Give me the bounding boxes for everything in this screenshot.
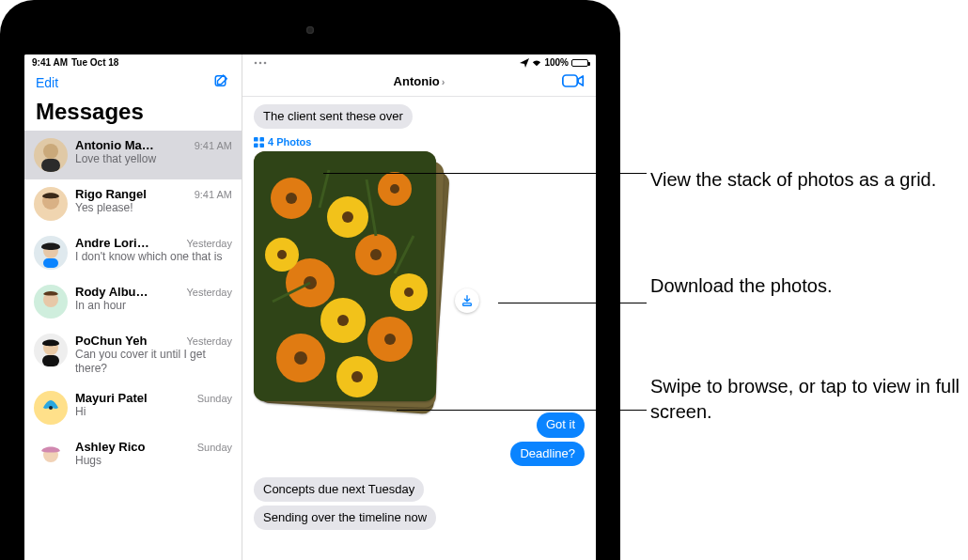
conversation-name: Rody Albu… — [75, 285, 148, 299]
svg-point-41 — [351, 371, 363, 382]
conversation-item[interactable]: Rigo Rangel 9:41 AM Yes please! — [24, 179, 242, 228]
download-icon — [461, 294, 474, 307]
avatar — [34, 138, 68, 172]
outgoing-message[interactable]: Got it — [537, 412, 585, 437]
svg-rect-14 — [563, 75, 577, 86]
svg-rect-5 — [43, 258, 58, 268]
callout-leader — [323, 173, 647, 174]
conversation-preview: Hi — [75, 405, 232, 419]
callout-leader — [397, 410, 647, 411]
svg-point-13 — [264, 62, 267, 65]
svg-point-1 — [43, 144, 58, 159]
photo-stack[interactable] — [254, 151, 440, 403]
conversation-preview: Love that yellow — [75, 152, 232, 166]
status-time: 9:41 AM — [32, 57, 68, 68]
photos-grid-button[interactable]: 4 Photos — [254, 136, 585, 148]
message-thread[interactable]: The client sent these over 4 Photos — [242, 97, 596, 560]
conversation-time: Sunday — [197, 442, 232, 453]
svg-point-12 — [259, 62, 262, 65]
avatar — [34, 334, 68, 367]
svg-rect-8 — [42, 355, 59, 366]
sidebar-header: Edit — [24, 70, 242, 97]
facetime-button[interactable] — [562, 72, 585, 93]
thread-pane: 100% Antonio › The client sent these ove… — [242, 54, 596, 560]
stacked-photo-front[interactable] — [254, 151, 436, 401]
messages-title: Messages — [24, 97, 242, 131]
conversation-time: Sunday — [197, 393, 232, 404]
svg-point-31 — [286, 193, 297, 204]
conversation-time: Yesterday — [186, 238, 232, 249]
svg-point-36 — [384, 334, 396, 345]
conversation-time: Yesterday — [186, 287, 232, 298]
edit-button[interactable]: Edit — [36, 75, 58, 90]
avatar — [34, 187, 68, 221]
conversation-list[interactable]: Antonio Ma… 9:41 AM Love that yellow Rig… — [24, 131, 242, 560]
svg-rect-46 — [463, 303, 472, 306]
outgoing-message[interactable]: Deadline? — [510, 442, 585, 466]
battery-icon — [571, 59, 588, 67]
status-bar-left: 9:41 AM Tue Oct 18 — [24, 54, 242, 70]
incoming-message[interactable]: Sending over the timeline now — [254, 506, 436, 530]
conversation-time: 9:41 AM — [195, 140, 232, 151]
more-icon[interactable] — [254, 58, 267, 68]
download-button[interactable] — [455, 288, 479, 313]
incoming-message[interactable]: The client sent these over — [254, 104, 413, 129]
avatar — [34, 391, 68, 425]
conversation-name: Andre Lori… — [75, 236, 149, 250]
svg-rect-16 — [259, 137, 264, 142]
conversation-name: PoChun Yeh — [75, 334, 147, 348]
conversation-name: Antonio Ma… — [75, 138, 154, 152]
svg-point-11 — [255, 62, 258, 65]
compose-button[interactable] — [213, 72, 230, 93]
ipad-frame: 9:41 AM Tue Oct 18 Edit Messages Anton — [0, 0, 620, 560]
conversation-preview: I don't know which one that is — [75, 250, 232, 264]
svg-point-37 — [342, 211, 353, 223]
conversation-name: Mayuri Patel — [75, 391, 148, 405]
status-bar-right: 100% — [242, 54, 596, 70]
thread-header[interactable]: Antonio › — [242, 70, 596, 97]
conversation-item[interactable]: Mayuri Patel Sunday Hi — [24, 383, 242, 432]
svg-point-35 — [294, 351, 307, 365]
conversation-preview: Hugs — [75, 454, 232, 468]
conversation-preview: In an hour — [75, 299, 232, 313]
callout-leader — [498, 303, 647, 303]
svg-point-32 — [390, 184, 399, 194]
svg-rect-18 — [259, 143, 264, 148]
conversation-item[interactable]: Andre Lori… Yesterday I don't know which… — [24, 228, 242, 277]
conversation-name: Ashley Rico — [75, 440, 145, 454]
svg-rect-2 — [41, 159, 60, 172]
svg-point-39 — [404, 288, 414, 297]
conversation-item[interactable]: PoChun Yeh Yesterday Can you cover it un… — [24, 326, 242, 383]
status-date: Tue Oct 18 — [71, 57, 118, 68]
chevron-right-icon: › — [442, 76, 445, 87]
callout-download: Download the photos. — [650, 273, 960, 299]
battery-percent: 100% — [544, 57, 569, 68]
conversation-item[interactable]: Antonio Ma… 9:41 AM Love that yellow — [24, 131, 242, 179]
callout-grid: View the stack of photos as a grid. — [650, 167, 960, 193]
video-icon — [562, 72, 585, 89]
svg-point-9 — [49, 406, 53, 410]
screen: 9:41 AM Tue Oct 18 Edit Messages Anton — [24, 54, 596, 560]
contact-name: Antonio — [394, 74, 440, 88]
conversation-time: Yesterday — [186, 335, 232, 347]
annotation-callouts: View the stack of photos as a grid. Down… — [650, 167, 960, 506]
conversation-preview: Can you cover it until I get there? — [75, 348, 232, 376]
conversation-item[interactable]: Rody Albu… Yesterday In an hour — [24, 277, 242, 326]
svg-point-34 — [370, 249, 382, 260]
photos-count-label: 4 Photos — [268, 136, 311, 148]
callout-browse: Swipe to browse, or tap to view in full … — [650, 374, 960, 425]
avatar — [34, 285, 68, 319]
avatar — [34, 236, 68, 270]
conversation-name: Rigo Rangel — [75, 187, 147, 201]
grid-icon — [254, 137, 264, 148]
svg-rect-15 — [254, 137, 258, 142]
svg-point-38 — [277, 250, 287, 259]
incoming-message[interactable]: Concepts due next Tuesday — [254, 477, 424, 502]
avatar — [34, 440, 68, 474]
conversation-item[interactable]: Ashley Rico Sunday Hugs — [24, 432, 242, 481]
svg-point-40 — [337, 315, 349, 326]
location-icon — [520, 58, 529, 68]
front-camera — [306, 26, 314, 34]
conversation-time: 9:41 AM — [195, 189, 232, 200]
conversation-preview: Yes please! — [75, 201, 232, 215]
